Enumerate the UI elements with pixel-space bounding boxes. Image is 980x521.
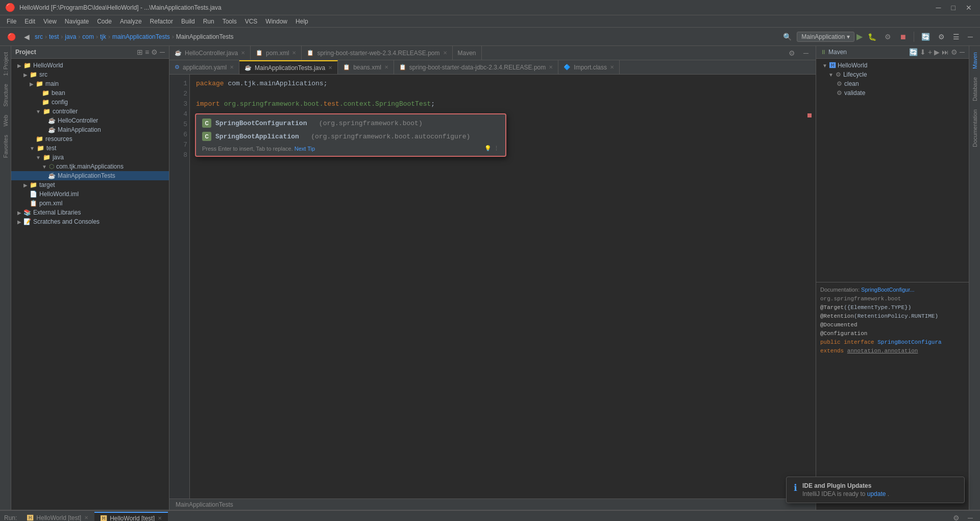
tab-import[interactable]: 🔷 Import.class ✕ <box>558 60 620 75</box>
tab-close-icon2[interactable]: ✕ <box>158 515 162 521</box>
pause-icon[interactable]: ⏸ <box>820 49 826 56</box>
tree-item-main[interactable]: ▶ 📁 main <box>11 79 169 88</box>
menu-code[interactable]: Code <box>93 17 116 26</box>
maven-settings-icon[interactable]: ⚙ <box>951 48 958 56</box>
maven-sync-icon[interactable]: 🔄 <box>909 48 918 56</box>
tab-hellocontroller[interactable]: ☕ HelloController.java ✕ <box>169 46 251 60</box>
editor-gear-icon[interactable]: ⚙ <box>786 47 798 59</box>
ac-item-1[interactable]: C SpringBootConfiguration (org.springfra… <box>198 116 503 130</box>
tab-maven[interactable]: Maven <box>453 46 482 60</box>
breadcrumb-java[interactable]: java <box>65 33 76 40</box>
menu-window[interactable]: Window <box>261 17 291 26</box>
docs-class-link[interactable]: SpringBootConfigur... <box>861 287 915 293</box>
tree-item-hellocontroller[interactable]: ☕ HelloController <box>11 116 169 125</box>
sidebar-web-tab[interactable]: Web <box>2 113 10 128</box>
more-icon[interactable]: ⋮ <box>494 145 499 152</box>
project-minimize-icon[interactable]: ─ <box>160 48 165 56</box>
sidebar-project-tab[interactable]: 1: Project <box>2 50 10 78</box>
close-button[interactable]: ✕ <box>963 3 975 13</box>
tree-item-mainapplication[interactable]: ☕ MainApplication <box>11 125 169 134</box>
maven-download-icon[interactable]: ⬇ <box>920 48 926 56</box>
tree-item-scratches[interactable]: ▶ 📝 Scratches and Consoles <box>11 217 169 226</box>
run-button[interactable]: ▶ <box>856 32 863 41</box>
minimize-button[interactable]: ─ <box>933 3 944 13</box>
tree-item-bean[interactable]: 📁 bean <box>11 88 169 98</box>
project-collapse-icon[interactable]: ≡ <box>145 48 149 56</box>
menu-vcs[interactable]: VCS <box>241 17 262 26</box>
tab-close-icon[interactable]: ✕ <box>384 64 388 70</box>
breadcrumb-test[interactable]: test <box>49 33 59 40</box>
sidebar-maven-tab[interactable]: Maven <box>971 50 979 71</box>
tree-item-target[interactable]: ▶ 📁 target <box>11 180 169 190</box>
breadcrumb-src[interactable]: src <box>35 33 43 40</box>
tab-beans[interactable]: 📋 beans.xml ✕ <box>338 60 394 75</box>
project-settings-icon[interactable]: ⊞ <box>137 48 143 56</box>
sidebar-database-tab[interactable]: Database <box>971 75 979 103</box>
maximize-button[interactable]: □ <box>948 3 959 13</box>
maven-item-clean[interactable]: ⚙ clean <box>816 79 969 88</box>
maven-item-helloworld[interactable]: ▼ 🅼 HelloWorld <box>816 61 969 70</box>
tree-item-extlibs[interactable]: ▶ 📚 External Libraries <box>11 208 169 217</box>
maven-item-lifecycle[interactable]: ▼ ⚙ Lifecycle <box>816 70 969 79</box>
tree-item-iml[interactable]: 📄 HelloWorld.iml <box>11 190 169 199</box>
tree-item-pom[interactable]: 📋 pom.xml <box>11 199 169 208</box>
tab-appyaml[interactable]: ⚙ application.yaml ✕ <box>169 60 239 75</box>
maven-add-icon[interactable]: + <box>928 48 932 56</box>
menu-analyze[interactable]: Analyze <box>116 17 146 26</box>
sidebar-structure-tab[interactable]: Structure <box>2 82 10 109</box>
sidebar-documentation-tab[interactable]: Documentation <box>971 107 979 149</box>
tree-item-package[interactable]: ▼ ⬡ com.tjk.mainApplications <box>11 162 169 171</box>
menu-file[interactable]: File <box>3 17 20 26</box>
stop-button[interactable]: ⏹ <box>896 31 910 43</box>
tab-close-icon[interactable]: ✕ <box>610 64 614 70</box>
tree-item-helloworld[interactable]: ▶ 📁 HelloWorld <box>11 61 169 70</box>
tab-close-icon[interactable]: ✕ <box>292 50 296 56</box>
sync-button[interactable]: 🔄 <box>918 31 933 43</box>
bottom-tab-1[interactable]: 🅼 HelloWorld [test] ✕ <box>21 512 94 522</box>
tree-item-config[interactable]: 📁 config <box>11 98 169 107</box>
tab-close-icon[interactable]: ✕ <box>84 515 88 520</box>
menu-run[interactable]: Run <box>199 17 218 26</box>
breadcrumb-com[interactable]: com <box>82 33 94 40</box>
menu-navigate[interactable]: Navigate <box>61 17 93 26</box>
back-button[interactable]: ◀ <box>21 31 33 43</box>
maven-item-validate[interactable]: ⚙ validate <box>816 88 969 98</box>
menu-edit[interactable]: Edit <box>20 17 39 26</box>
bottom-gear-icon[interactable]: ⚙ <box>950 512 963 522</box>
next-tip-link[interactable]: Next Tip <box>295 146 315 152</box>
bottom-tab-2[interactable]: 🅼 HelloWorld [test] ✕ <box>94 512 168 522</box>
tab-close-icon[interactable]: ✕ <box>241 50 245 56</box>
tree-item-resources[interactable]: 📁 resources <box>11 134 169 144</box>
debug-button[interactable]: 🐛 <box>865 31 879 43</box>
menu-help[interactable]: Help <box>291 17 312 26</box>
tree-item-java[interactable]: ▼ 📁 java <box>11 153 169 162</box>
tab-maintests[interactable]: ☕ MainApplicationTests.java ✕ <box>239 60 338 75</box>
maven-skip-icon[interactable]: ⏭ <box>942 48 949 56</box>
editor-minimize-icon[interactable]: ─ <box>800 47 812 59</box>
menu-view[interactable]: View <box>39 17 61 26</box>
breadcrumb-mainapps[interactable]: mainApplicationTests <box>112 33 170 40</box>
menu-tools[interactable]: Tools <box>218 17 241 26</box>
bottom-minimize-icon[interactable]: ─ <box>965 512 976 522</box>
maven-minimize-icon[interactable]: ─ <box>960 48 965 56</box>
tree-item-src[interactable]: ▶ 📁 src <box>11 70 169 79</box>
code-editor[interactable]: 1 2 3 4 5 6 7 8 package com.tjk.mainAppl… <box>169 75 816 499</box>
tab-close-icon[interactable]: ✕ <box>443 50 447 56</box>
layout-button[interactable]: ☰ <box>950 31 963 43</box>
run-config-dropdown[interactable]: MainApplication ▾ <box>797 32 854 42</box>
tree-item-test[interactable]: ▼ 📁 test <box>11 144 169 153</box>
breadcrumb-tjk[interactable]: tjk <box>100 33 106 40</box>
search-icon[interactable]: 🔍 <box>780 31 795 43</box>
tab-pom[interactable]: 📋 pom.xml ✕ <box>251 46 302 60</box>
notif-update-link[interactable]: update <box>867 490 886 498</box>
tab-close-icon[interactable]: ✕ <box>549 64 553 70</box>
settings-button[interactable]: ⚙ <box>935 31 948 43</box>
run-coverage-button[interactable]: ⚙ <box>881 31 894 43</box>
menu-refactor[interactable]: Refactor <box>146 17 177 26</box>
project-gear-icon[interactable]: ⚙ <box>151 48 158 56</box>
tree-item-mainapptest[interactable]: ☕ MainApplicationTests <box>11 171 169 180</box>
menu-build[interactable]: Build <box>177 17 199 26</box>
maven-run-icon[interactable]: ▶ <box>934 48 940 56</box>
tab-springjdbc[interactable]: 📋 spring-boot-starter-data-jdbc-2.3.4.RE… <box>394 60 558 75</box>
minimize-panel-button[interactable]: ─ <box>965 31 976 43</box>
